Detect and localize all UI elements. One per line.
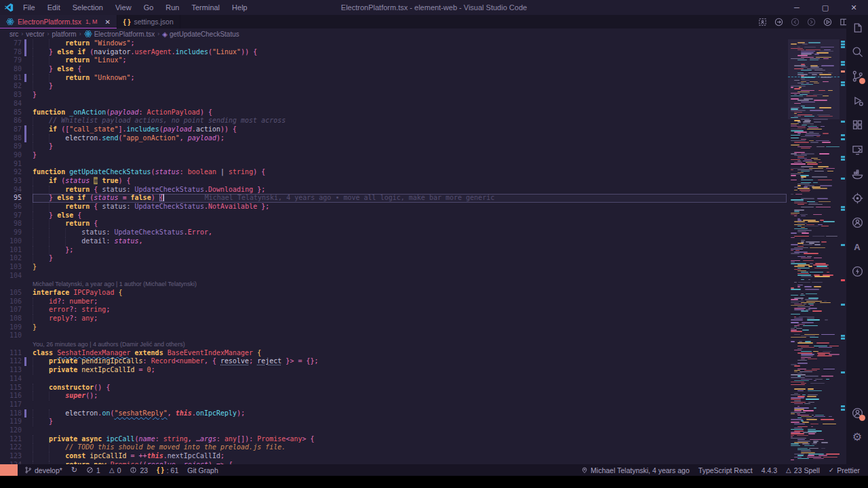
menu-run[interactable]: Run — [160, 2, 184, 13]
gutter[interactable] — [22, 108, 33, 117]
gutter[interactable] — [22, 331, 33, 340]
run-icon[interactable] — [823, 17, 833, 27]
spell-item[interactable]: △23 Spell — [786, 466, 820, 474]
gutter[interactable] — [22, 91, 33, 100]
maximize-button[interactable]: ▢ — [811, 0, 840, 15]
code-line-78[interactable]: 78} else if (navigator.userAgent.include… — [0, 48, 787, 57]
code-line-107[interactable]: 107error?: string; — [0, 306, 787, 314]
language-item[interactable]: TypeScript React — [698, 466, 753, 474]
gutter[interactable] — [22, 272, 33, 281]
prev-change-icon[interactable] — [790, 17, 800, 27]
gutter[interactable] — [22, 220, 33, 228]
gutter[interactable] — [22, 228, 33, 237]
gutter[interactable] — [22, 323, 33, 332]
menu-help[interactable]: Help — [226, 2, 253, 13]
code-line-115[interactable]: 115constructor() { — [0, 384, 787, 392]
code-line-113[interactable]: 113private nextIpcCallId = 0; — [0, 366, 787, 375]
gutter[interactable] — [22, 177, 33, 186]
code-line-110[interactable]: 110 — [0, 331, 787, 340]
account-icon[interactable] — [846, 401, 868, 425]
code-line-99[interactable]: 99status: UpdateCheckStatus.Error, — [0, 228, 787, 237]
source-control-icon[interactable] — [846, 64, 868, 88]
code-line-88[interactable]: 88electron.send("app_onAction", payload)… — [0, 134, 787, 143]
menu-selection[interactable]: Selection — [67, 2, 108, 13]
code-line-95[interactable]: 95} else if (status ≡ false) {Michael Te… — [0, 194, 787, 203]
code-line-81[interactable]: 81return "Unknown"; — [0, 74, 787, 83]
gutter[interactable] — [22, 194, 33, 203]
code-line-123[interactable]: 123const ipcCallId = ++this.nextIpcCallI… — [0, 452, 787, 461]
sync-item[interactable]: ↻ — [71, 466, 77, 474]
codelens-blame[interactable]: Michael Telatynski, a year ago | 1 autho… — [0, 280, 787, 289]
gutter[interactable] — [22, 298, 33, 306]
gutter[interactable] — [22, 357, 33, 366]
gutter[interactable] — [22, 443, 33, 452]
gutter[interactable] — [22, 48, 33, 57]
explorer-icon[interactable] — [846, 15, 868, 39]
gutter[interactable] — [22, 125, 33, 134]
gutter[interactable] — [22, 375, 33, 384]
gutter[interactable] — [22, 306, 33, 314]
test-explorer-icon[interactable] — [846, 186, 868, 210]
code-line-89[interactable]: 89} — [0, 142, 787, 151]
code-line-118[interactable]: 118electron.on("seshatReply", this.onIpc… — [0, 409, 787, 418]
code-line-93[interactable]: 93if (status ≡ true) { — [0, 177, 787, 186]
gutter[interactable] — [22, 186, 33, 195]
breadcrumb-item-platform[interactable]: platform — [52, 30, 77, 38]
gitlens-icon[interactable] — [846, 210, 868, 235]
code-line-104[interactable]: 104 — [0, 272, 787, 281]
git-graph-item[interactable]: Git Graph — [187, 466, 218, 474]
code-line-106[interactable]: 106id?: number; — [0, 298, 787, 306]
search-icon[interactable] — [846, 39, 868, 64]
spell-checker-icon[interactable]: A — [846, 235, 868, 259]
blame-item[interactable]: Michael Telatynski, 4 years ago — [581, 466, 690, 474]
code-editor[interactable]: 77return "Windows";78} else if (navigato… — [0, 39, 787, 464]
remote-indicator[interactable] — [0, 464, 18, 476]
code-line-102[interactable]: 102} — [0, 254, 787, 263]
code-line-86[interactable]: 86// Whitelist payload actions, no point… — [0, 117, 787, 125]
tab-settings-json[interactable]: { }settings.json — [117, 15, 180, 28]
breadcrumb-item-vector[interactable]: vector — [26, 30, 44, 38]
thunder-client-icon[interactable] — [846, 259, 868, 283]
code-line-121[interactable]: 121private async ipcCall(name: string, …… — [0, 435, 787, 444]
version-item[interactable]: 4.4.3 — [762, 466, 777, 474]
settings-gear-icon[interactable]: ⚙ — [846, 425, 868, 449]
gutter[interactable] — [22, 237, 33, 246]
code-line-97[interactable]: 97} else { — [0, 211, 787, 220]
tab-close-icon[interactable]: ✕ — [104, 18, 110, 26]
code-line-112[interactable]: 112private pendingIpcCalls: Record<numbe… — [0, 357, 787, 366]
code-line-83[interactable]: 83} — [0, 91, 787, 100]
brackets-item[interactable]: { }: 61 — [157, 466, 178, 474]
code-line-96[interactable]: 96return { status: UpdateCheckStatus.Not… — [0, 203, 787, 211]
code-line-100[interactable]: 100detail: status, — [0, 237, 787, 246]
gutter[interactable] — [22, 203, 33, 211]
gutter[interactable] — [22, 254, 33, 263]
breadcrumb-item-src[interactable]: src — [9, 30, 18, 38]
close-button[interactable]: ✕ — [840, 0, 868, 15]
code-line-90[interactable]: 90} — [0, 151, 787, 160]
gutter[interactable] — [22, 74, 33, 83]
gutter[interactable] — [22, 314, 33, 323]
gutter[interactable] — [22, 392, 33, 401]
menu-edit[interactable]: Edit — [42, 2, 66, 13]
code-line-103[interactable]: 103} — [0, 263, 787, 272]
code-line-91[interactable]: 91 — [0, 160, 787, 169]
gutter[interactable] — [22, 349, 33, 358]
gutter[interactable] — [22, 65, 33, 74]
menu-view[interactable]: View — [110, 2, 137, 13]
infos-item[interactable]: 23 — [130, 466, 148, 474]
gutter[interactable] — [22, 82, 33, 91]
gutter[interactable] — [22, 435, 33, 444]
code-line-85[interactable]: 85function _onAction(payload: ActionPayl… — [0, 108, 787, 117]
extensions-icon[interactable] — [846, 113, 868, 137]
code-line-87[interactable]: 87if (["call_state"].includes(payload.ac… — [0, 125, 787, 134]
minimize-button[interactable]: ─ — [783, 0, 811, 15]
code-line-109[interactable]: 109} — [0, 323, 787, 332]
code-line-105[interactable]: 105interface IPCPayload { — [0, 289, 787, 298]
gutter[interactable] — [22, 117, 33, 125]
code-line-116[interactable]: 116super(); — [0, 392, 787, 401]
gutter[interactable] — [22, 160, 33, 169]
gutter[interactable] — [22, 246, 33, 255]
annotate-icon[interactable] — [757, 17, 768, 27]
gutter[interactable] — [22, 409, 33, 418]
gutter[interactable] — [22, 418, 33, 426]
